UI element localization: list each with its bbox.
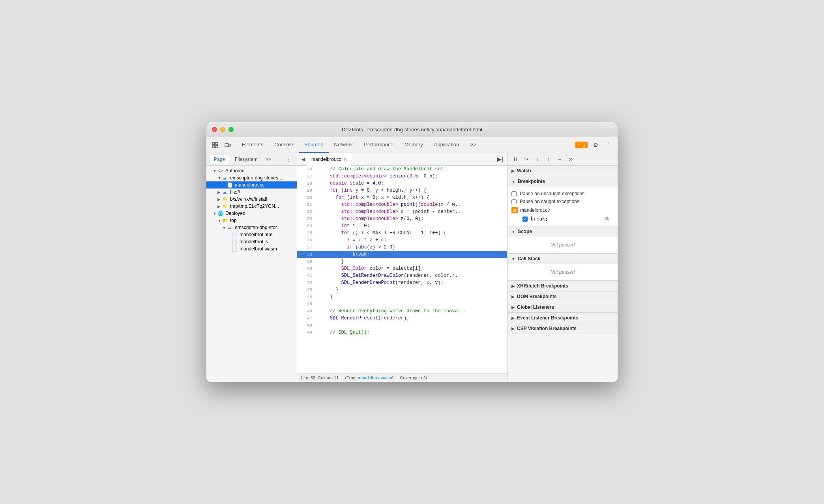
step-out-btn[interactable]: ↑ bbox=[544, 155, 553, 164]
code-tab-close[interactable]: × bbox=[343, 157, 346, 162]
tree-item-emscripten-authored[interactable]: ▼ ☁ emscripten-dbg-stories... bbox=[206, 174, 297, 181]
xhr-header[interactable]: ▶ XHR/fetch Breakpoints bbox=[508, 281, 618, 291]
code-panel-toggle[interactable]: ▶| bbox=[494, 154, 506, 165]
tab-elements[interactable]: Elements bbox=[236, 137, 269, 153]
sidebar-tab-bar: Page Filesystem >> ⋮ bbox=[206, 153, 297, 166]
tab-memory[interactable]: Memory bbox=[399, 137, 429, 153]
breakpoints-header[interactable]: ▼ Breakpoints bbox=[508, 176, 618, 187]
device-toolbar-icon[interactable] bbox=[222, 140, 233, 151]
bp-checkbox-icon[interactable] bbox=[522, 217, 528, 222]
maximize-button[interactable] bbox=[228, 127, 234, 132]
tab-network[interactable]: Network bbox=[329, 137, 359, 153]
tab-more[interactable]: >> bbox=[464, 137, 481, 153]
event-header[interactable]: ▶ Event Listener Breakpoints bbox=[508, 313, 618, 323]
file-icon-js: 📄 bbox=[232, 239, 238, 245]
global-label: Global Listeners bbox=[517, 304, 554, 310]
bp-entry: break; 38 bbox=[511, 215, 614, 223]
more-options-icon[interactable]: ⋮ bbox=[603, 140, 614, 151]
pause-caught-checkbox[interactable] bbox=[511, 199, 517, 204]
step-btn[interactable]: → bbox=[555, 155, 564, 164]
tree-item-tmp[interactable]: ▶ 📁 tmp/tmp.ELcTq2YGN... bbox=[206, 203, 297, 210]
svg-rect-5 bbox=[229, 144, 230, 146]
warning-badge[interactable]: ⚠ 1 bbox=[575, 142, 588, 148]
tree-item-mandelbrot-html[interactable]: 📄 mandelbrot.html bbox=[206, 231, 297, 238]
tree-label-emscripten: emscripten-dbg-stories... bbox=[230, 175, 282, 181]
code-line-37: 37 if (abs(z) > 2.0) bbox=[297, 244, 507, 251]
global-arrow-icon: ▶ bbox=[511, 305, 515, 310]
code-line-49: 49 // SDL_Quit(); bbox=[297, 329, 507, 336]
code-tab-nav-left[interactable]: ◀ bbox=[299, 155, 307, 164]
settings-icon[interactable]: ⚙ bbox=[590, 140, 601, 151]
callstack-section: ▼ Call Stack Not paused bbox=[508, 254, 618, 281]
code-line-28: 28 double scale = 4.0; bbox=[297, 180, 507, 187]
global-header[interactable]: ▶ Global Listeners bbox=[508, 302, 618, 312]
bp-code-label: break; bbox=[531, 216, 601, 222]
pause-caught-label: Pause on caught exceptions bbox=[520, 199, 579, 204]
sidebar-menu-icon[interactable]: ⋮ bbox=[284, 154, 294, 164]
sidebar-tab-page[interactable]: Page bbox=[210, 155, 229, 164]
watch-header[interactable]: ▶ Watch bbox=[508, 166, 618, 176]
tree-item-mandelbrot-js[interactable]: 📄 mandelbrot.js bbox=[206, 238, 297, 245]
bp-file-row: ▣ mandelbrot.cc bbox=[511, 205, 614, 215]
scope-arrow-icon: ▼ bbox=[511, 230, 515, 234]
bp-filename: mandelbrot.cc bbox=[520, 207, 550, 213]
code-line-48: 48 bbox=[297, 322, 507, 329]
csp-header[interactable]: ▶ CSP Violation Breakpoints bbox=[508, 323, 618, 334]
cloud-icon-file: ☁ bbox=[222, 189, 228, 195]
code-line-33: 33 std::complex<double> z(0, 0); bbox=[297, 215, 507, 222]
svg-rect-4 bbox=[225, 144, 228, 147]
tab-sources[interactable]: Sources bbox=[299, 137, 329, 153]
event-label: Event Listener Breakpoints bbox=[517, 315, 578, 321]
coverage-info: Coverage: n/a bbox=[400, 375, 427, 380]
sidebar-tabs-more[interactable]: >> bbox=[263, 155, 273, 164]
tree-label-emscripten-deployed: emscripten-dbg-stor... bbox=[235, 225, 281, 230]
select-tool-icon[interactable] bbox=[210, 140, 221, 151]
code-line-26: 26 // Calculate and draw the Mandelbrot … bbox=[297, 166, 507, 173]
deactivate-bp-btn[interactable]: ⊘ bbox=[566, 155, 575, 164]
callstack-arrow-icon: ▼ bbox=[511, 257, 515, 261]
code-line-43: 43 } bbox=[297, 286, 507, 293]
scope-header[interactable]: ▼ Scope bbox=[508, 226, 618, 237]
file-tree: ▼ <> Authored ▼ ☁ emscripten-dbg-stories… bbox=[206, 166, 297, 382]
tab-application[interactable]: Application bbox=[429, 137, 465, 153]
tree-arrow-top: ▼ bbox=[217, 218, 222, 223]
tab-performance[interactable]: Performance bbox=[358, 137, 399, 153]
callstack-header[interactable]: ▼ Call Stack bbox=[508, 254, 618, 264]
code-line-31: 31 std::complex<double> point((double)x … bbox=[297, 201, 507, 208]
tree-item-top[interactable]: ▼ 📂 top bbox=[206, 217, 297, 224]
code-line-42: 42 SDL_RenderDrawPoint(renderer, x, y); bbox=[297, 279, 507, 286]
svg-rect-2 bbox=[212, 146, 215, 148]
tree-item-bsw[interactable]: ▶ 📁 b/s/w/ir/x/w/install bbox=[206, 196, 297, 203]
event-arrow-icon: ▶ bbox=[511, 316, 515, 320]
step-into-btn[interactable]: ↓ bbox=[533, 155, 542, 164]
minimize-button[interactable] bbox=[220, 127, 225, 132]
callstack-not-paused: Not paused bbox=[511, 267, 614, 277]
tree-item-emscripten-deployed[interactable]: ▼ ☁ emscripten-dbg-stor... bbox=[206, 224, 297, 231]
cloud-icon: ☁ bbox=[222, 175, 228, 181]
source-link[interactable]: mandelbrot.wasm bbox=[358, 375, 392, 380]
pause-uncaught-checkbox[interactable] bbox=[511, 191, 517, 196]
code-view[interactable]: 26 // Calculate and draw the Mandelbrot … bbox=[297, 166, 507, 373]
xhr-section: ▶ XHR/fetch Breakpoints bbox=[508, 281, 618, 291]
dom-header[interactable]: ▶ DOM Breakpoints bbox=[508, 291, 618, 302]
tree-item-file[interactable]: ▶ ☁ file:// bbox=[206, 189, 297, 196]
code-line-27: 27 std::complex<double> center(0.5, 0.5)… bbox=[297, 173, 507, 180]
code-tab-mandelbrot[interactable]: mandelbrot.cc × bbox=[307, 153, 351, 166]
tree-item-mandelbrot-cc[interactable]: 📄 mandelbrot.cc bbox=[206, 181, 297, 189]
tab-console[interactable]: Console bbox=[269, 137, 299, 153]
pause-resume-btn[interactable]: ⏸ bbox=[511, 155, 520, 164]
step-over-btn[interactable]: ↷ bbox=[522, 155, 531, 164]
debug-toolbar: ⏸ ↷ ↓ ↑ → ⊘ bbox=[508, 153, 618, 166]
dom-arrow-icon: ▶ bbox=[511, 295, 515, 299]
toolbar-right: ⚠ 1 ⚙ ⋮ bbox=[575, 140, 614, 151]
tree-label-bsw: b/s/w/ir/x/w/install bbox=[230, 196, 267, 202]
close-button[interactable] bbox=[212, 127, 217, 132]
code-line-36: 36 z = z * z + c; bbox=[297, 237, 507, 244]
tree-item-authored[interactable]: ▼ <> Authored bbox=[206, 167, 297, 174]
window-title: DevTools - emscripten-dbg-stories.netlif… bbox=[342, 127, 482, 133]
tree-item-mandelbrot-wasm[interactable]: 📄 mandelbrot.wasm bbox=[206, 245, 297, 252]
tree-item-deployed[interactable]: ▼ 🌐 Deployed bbox=[206, 210, 297, 217]
watch-arrow-icon: ▶ bbox=[511, 169, 515, 173]
tree-label-mandelbrot-html: mandelbrot.html bbox=[240, 232, 273, 237]
sidebar-tab-filesystem[interactable]: Filesystem bbox=[231, 155, 261, 164]
